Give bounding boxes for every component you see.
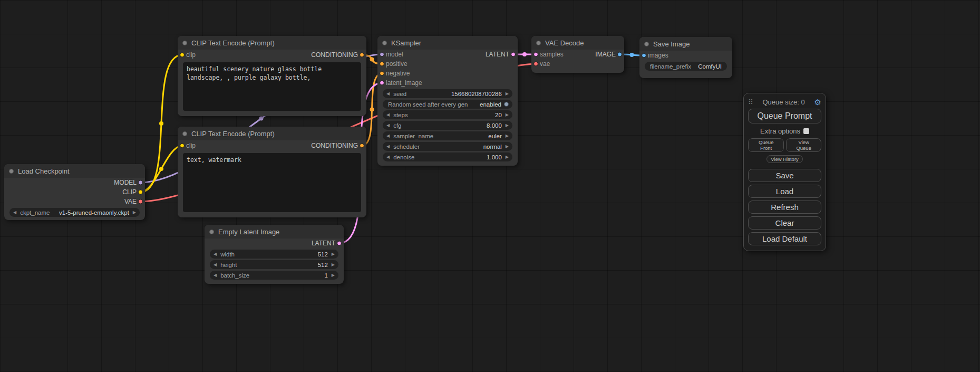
collapse-toggle-icon[interactable]	[209, 230, 214, 234]
slot-row-latent-image: latent_image	[377, 78, 518, 88]
decrement-arrow-icon[interactable]: ◀	[214, 263, 217, 267]
node-title-bar[interactable]: VAE Decode	[531, 36, 624, 50]
negative-prompt-textarea[interactable]: text, watermark	[183, 153, 361, 212]
negative-input-port[interactable]	[380, 71, 384, 76]
save-button[interactable]: Save	[748, 169, 821, 182]
latent-output-port[interactable]	[511, 52, 516, 57]
seed-widget[interactable]: ◀ seed 156680208700286 ▶	[383, 89, 512, 98]
node-title-bar[interactable]: CLIP Text Encode (Prompt)	[178, 127, 366, 140]
view-history-button[interactable]: View History	[766, 155, 803, 163]
clip-input-port[interactable]	[180, 53, 185, 58]
queue-prompt-button[interactable]: Queue Prompt	[748, 109, 821, 123]
collapse-toggle-icon[interactable]	[182, 131, 187, 136]
collapse-toggle-icon[interactable]	[382, 41, 387, 45]
filename-prefix-widget[interactable]: filename_prefix ComfyUI	[645, 62, 727, 71]
latent-output-port[interactable]	[337, 241, 342, 246]
positive-prompt-textarea[interactable]: beautiful scenery nature glass bottle la…	[183, 62, 361, 111]
latent-image-input-port[interactable]	[380, 81, 384, 85]
slot-label: CONDITIONING	[311, 51, 358, 59]
node-ksampler[interactable]: KSampler model LATENT positive negative …	[377, 36, 518, 166]
decrement-arrow-icon[interactable]: ◀	[386, 155, 390, 159]
load-button[interactable]: Load	[748, 185, 821, 198]
model-input-port[interactable]	[380, 52, 384, 57]
width-widget[interactable]: ◀ width 512 ▶	[210, 250, 338, 259]
increment-arrow-icon[interactable]: ▶	[506, 155, 509, 159]
cfg-widget[interactable]: ◀ cfg 8.000 ▶	[383, 121, 512, 130]
increment-arrow-icon[interactable]: ▶	[332, 252, 335, 256]
increment-arrow-icon[interactable]: ▶	[332, 263, 335, 267]
positive-input-port[interactable]	[380, 62, 384, 66]
image-output-port[interactable]	[617, 52, 622, 57]
slot-label: VAE	[124, 198, 137, 205]
decrement-arrow-icon[interactable]: ◀	[386, 123, 390, 128]
slot-row-model: model LATENT	[377, 50, 518, 59]
queue-front-button[interactable]: Queue Front	[748, 138, 784, 152]
steps-widget[interactable]: ◀ steps 20 ▶	[383, 110, 512, 119]
node-clip-text-encode-positive[interactable]: CLIP Text Encode (Prompt) clip CONDITION…	[178, 36, 366, 116]
height-widget[interactable]: ◀ height 512 ▶	[210, 260, 338, 269]
increment-arrow-icon[interactable]: ▶	[506, 145, 509, 149]
node-title: Save Image	[653, 40, 690, 48]
increment-arrow-icon[interactable]: ▶	[332, 273, 335, 278]
extra-options-checkbox[interactable]	[803, 128, 809, 134]
settings-gear-icon[interactable]: ⚙	[814, 98, 821, 106]
decrement-arrow-icon[interactable]: ◀	[386, 134, 390, 138]
node-empty-latent-image[interactable]: Empty Latent Image LATENT ◀ width 512 ▶ …	[205, 225, 344, 284]
conditioning-output-port[interactable]	[360, 144, 364, 148]
node-title-bar[interactable]: CLIP Text Encode (Prompt)	[178, 36, 366, 50]
node-title-bar[interactable]: Load Checkpoint	[4, 164, 145, 178]
scheduler-widget[interactable]: ◀ scheduler normal ▶	[383, 142, 512, 151]
denoise-widget[interactable]: ◀ denoise 1.000 ▶	[383, 152, 512, 161]
control-panel[interactable]: ⠿ Queue size: 0 ⚙ Queue Prompt Extra opt…	[743, 93, 826, 251]
clip-input-port[interactable]	[180, 144, 185, 148]
increment-arrow-icon[interactable]: ▶	[133, 211, 136, 215]
vae-output-port[interactable]	[138, 199, 143, 204]
conditioning-output-port[interactable]	[360, 53, 364, 58]
decrement-arrow-icon[interactable]: ◀	[13, 211, 16, 215]
images-input-port[interactable]	[642, 53, 646, 58]
node-vae-decode[interactable]: VAE Decode samples IMAGE vae	[531, 36, 624, 73]
node-title-bar[interactable]: Empty Latent Image	[205, 225, 344, 239]
batch-size-widget[interactable]: ◀ batch_size 1 ▶	[210, 271, 338, 280]
slot-row-samples: samples IMAGE	[531, 50, 624, 59]
collapse-toggle-icon[interactable]	[182, 41, 187, 45]
control-panel-header: ⠿ Queue size: 0 ⚙	[748, 97, 821, 107]
increment-arrow-icon[interactable]: ▶	[506, 92, 509, 96]
comfyui-canvas[interactable]: { "colors": { "MODEL": "#B39DDB", "CLIP"…	[0, 0, 980, 372]
sampler-name-widget[interactable]: ◀ sampler_name euler ▶	[383, 131, 512, 140]
random-seed-toggle-widget[interactable]: Random seed after every gen enabled	[383, 100, 512, 109]
increment-arrow-icon[interactable]: ▶	[506, 123, 509, 128]
collapse-toggle-icon[interactable]	[9, 169, 14, 174]
collapse-toggle-icon[interactable]	[536, 41, 541, 45]
widget-value: 1.000	[487, 154, 502, 160]
node-clip-text-encode-negative[interactable]: CLIP Text Encode (Prompt) clip CONDITION…	[178, 127, 366, 217]
decrement-arrow-icon[interactable]: ◀	[386, 92, 390, 96]
ckpt-name-widget[interactable]: ◀ ckpt_name v1-5-pruned-emaonly.ckpt ▶	[9, 208, 140, 217]
node-title-bar[interactable]: Save Image	[639, 37, 732, 51]
load-default-button[interactable]: Load Default	[748, 232, 821, 245]
node-load-checkpoint[interactable]: Load Checkpoint MODEL CLIP VAE ◀ ckpt_na…	[4, 164, 145, 220]
decrement-arrow-icon[interactable]: ◀	[214, 273, 217, 278]
collapse-toggle-icon[interactable]	[644, 42, 649, 46]
widget-label: sampler_name	[393, 133, 433, 139]
increment-arrow-icon[interactable]: ▶	[506, 134, 509, 138]
model-output-port[interactable]	[138, 180, 143, 185]
clip-output-port[interactable]	[138, 190, 143, 195]
samples-input-port[interactable]	[533, 52, 538, 57]
slot-label: IMAGE	[595, 51, 616, 58]
increment-arrow-icon[interactable]: ▶	[506, 113, 509, 117]
view-queue-button[interactable]: View Queue	[786, 138, 821, 152]
toggle-knob-icon[interactable]	[504, 102, 509, 107]
decrement-arrow-icon[interactable]: ◀	[214, 252, 217, 256]
widget-label: batch_size	[220, 272, 249, 279]
decrement-arrow-icon[interactable]: ◀	[386, 145, 390, 149]
vae-input-port[interactable]	[533, 62, 538, 66]
clear-button[interactable]: Clear	[748, 216, 821, 230]
node-title: Load Checkpoint	[18, 167, 70, 175]
refresh-button[interactable]: Refresh	[748, 201, 821, 214]
node-title-bar[interactable]: KSampler	[377, 36, 518, 50]
node-title: CLIP Text Encode (Prompt)	[191, 39, 275, 47]
node-save-image[interactable]: Save Image images filename_prefix ComfyU…	[639, 37, 732, 78]
decrement-arrow-icon[interactable]: ◀	[386, 113, 390, 117]
drag-handle-icon[interactable]: ⠿	[748, 98, 753, 106]
